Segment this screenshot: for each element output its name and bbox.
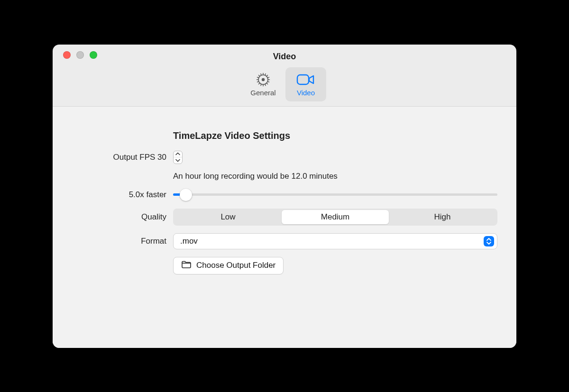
tab-video[interactable]: Video: [285, 67, 326, 101]
quality-label: Quality: [72, 212, 166, 222]
svg-point-1: [262, 78, 265, 81]
svg-line-17: [268, 82, 269, 82]
choose-output-folder-button[interactable]: Choose Output Folder: [173, 257, 284, 274]
speed-slider[interactable]: [173, 189, 497, 201]
tab-label: Video: [297, 89, 315, 97]
quality-option-medium[interactable]: Medium: [282, 210, 389, 224]
slider-track: [173, 193, 497, 196]
duration-hint: An hour long recording would be 12.0 min…: [173, 172, 497, 181]
traffic-lights: [63, 51, 97, 59]
quality-segmented: Low Medium High: [173, 209, 497, 226]
svg-line-16: [268, 77, 269, 78]
section-title: TimeLapze Video Settings: [173, 130, 497, 141]
updown-caret-icon: [484, 236, 494, 246]
svg-line-6: [259, 75, 260, 77]
output-fps-stepper[interactable]: [173, 151, 183, 164]
folder-icon: [181, 260, 192, 271]
stepper-up-icon: [174, 151, 182, 158]
slider-thumb[interactable]: [180, 189, 192, 201]
svg-line-7: [266, 83, 268, 84]
svg-line-13: [265, 84, 266, 86]
zoom-window-button[interactable]: [90, 51, 97, 59]
svg-line-15: [257, 82, 259, 82]
preferences-toolbar: General Video: [53, 64, 516, 107]
close-window-button[interactable]: [63, 51, 71, 59]
titlebar: Video: [53, 45, 516, 64]
format-value: .mov: [180, 237, 198, 246]
quality-option-high[interactable]: High: [389, 210, 496, 224]
format-label: Format: [72, 237, 166, 246]
stepper-down-icon: [174, 157, 182, 164]
svg-line-8: [266, 75, 268, 77]
svg-line-11: [265, 74, 266, 75]
speed-label: 5.0x faster: [72, 190, 166, 200]
svg-line-10: [261, 74, 261, 75]
content-area: TimeLapze Video Settings Output FPS 30 A…: [53, 107, 516, 348]
button-label: Choose Output Folder: [196, 261, 275, 270]
tab-label: General: [250, 89, 275, 97]
svg-line-12: [261, 84, 261, 86]
format-select[interactable]: .mov: [173, 233, 497, 249]
video-camera-icon: [296, 72, 315, 88]
preferences-window: Video: [53, 45, 516, 348]
tab-general[interactable]: General: [243, 67, 284, 101]
quality-option-low[interactable]: Low: [174, 210, 282, 224]
svg-line-14: [257, 77, 259, 78]
minimize-window-button[interactable]: [76, 51, 84, 59]
output-fps-label: Output FPS 30: [72, 153, 166, 162]
svg-line-9: [259, 83, 260, 84]
window-title: Video: [53, 47, 516, 62]
gear-icon: [256, 72, 271, 88]
svg-rect-18: [297, 75, 309, 84]
